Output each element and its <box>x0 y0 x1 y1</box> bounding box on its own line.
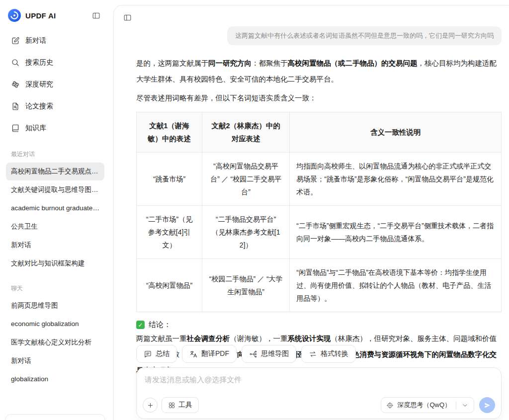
knowledge-icon <box>11 124 20 133</box>
quick-actions: 总结 翻译PDF 思维导图 格式转换 <box>136 345 502 363</box>
mindmap-button[interactable]: 思维导图 <box>242 345 296 363</box>
chat-list: 前两页思维导图 economic globalization 医学文献核心定义对… <box>6 297 104 388</box>
chat-panel: 这两篇文献中有什么表述或者名词短语虽然不同但是意思一致的吗，它们是同一研究方向吗… <box>113 5 509 420</box>
tools-button[interactable]: 工具 <box>162 397 199 413</box>
translate-icon <box>189 350 198 358</box>
action-label: 翻译PDF <box>201 349 229 358</box>
table-header: 文献1（谢海敏）中的表述 <box>137 112 202 153</box>
bold-text: 同一研究方向 <box>208 59 252 67</box>
table-cell: “高校闲置物品” <box>137 259 202 312</box>
app-root: UPDF AI 新对话 搜索历史 深度研究 论文搜索 <box>0 0 509 420</box>
nav-label: 深度研究 <box>25 80 53 89</box>
nav-label: 知识库 <box>25 124 46 133</box>
recent-chat-item[interactable]: 文献关键词提取与思维导图生成 <box>6 181 104 199</box>
text-segment: ：都聚焦于 <box>252 59 288 67</box>
table-row: “高校闲置物品” “校园二手物品” ／ “大学生闲置物品” “闲置物品”与“二手… <box>137 259 502 312</box>
table-header: 含义一致性说明 <box>290 112 502 153</box>
chat-list-item[interactable]: 新对话 <box>6 352 104 370</box>
message-input[interactable] <box>137 368 501 391</box>
sidebar-header: UPDF AI <box>6 9 104 24</box>
table-row: “二手市场”（见参考文献[4]引文） “二手物品交易平台”（见林康杰参考文献[1… <box>137 206 502 259</box>
chat-section-label: 聊天 <box>6 284 104 293</box>
table-cell: “闲置物品”与“二手物品”在高校语境下基本等价：均指学生使用过、尚有使用价值、拟… <box>290 259 502 312</box>
recent-section-label: 最近对话 <box>6 150 104 159</box>
deep-think-icon <box>386 402 394 409</box>
translate-pdf-button[interactable]: 翻译PDF <box>182 345 237 363</box>
sidebar: UPDF AI 新对话 搜索历史 深度研究 论文搜索 <box>0 0 110 420</box>
recent-chat-item[interactable]: academic burnout graduate s... <box>6 199 104 217</box>
table-cell: “二手市场”（见参考文献[4]引文） <box>137 206 202 259</box>
table-cell: “高校闲置物品交易平台” ／ “校园二手交易平台” <box>202 153 290 206</box>
summarize-icon <box>144 350 152 358</box>
sidebar-item-knowledge-base[interactable]: 知识库 <box>6 118 104 138</box>
panel-toggle-icon[interactable] <box>121 11 134 24</box>
assistant-paragraph: 是的，这两篇文献属于同一研究方向：都聚焦于高校闲置物品（或二手物品）的交易问题，… <box>136 55 502 87</box>
recent-chat-item[interactable]: 新对话 <box>6 236 104 254</box>
edit-icon <box>11 36 20 45</box>
table-cell: “二手市场”侧重宏观生态，“二手交易平台”侧重技术载体，二者指向同一对象——高校… <box>290 206 502 259</box>
table-header: 文献2（林康杰）中的对应表述 <box>202 112 290 153</box>
text-segment: 是的，这两篇文献属于 <box>136 59 208 67</box>
convert-icon <box>309 350 317 358</box>
research-icon <box>11 80 20 89</box>
send-button[interactable] <box>479 397 495 413</box>
conclusion-heading: 结论： <box>136 320 502 330</box>
sidebar-item-paper-search[interactable]: 论文搜索 <box>6 96 104 116</box>
action-label: 总结 <box>156 349 170 358</box>
assistant-paragraph: 尽管表述用词略有差异，但以下名词短语实质含义一致： <box>136 90 502 106</box>
bold-text: 社会调查分析 <box>187 335 230 342</box>
chevron-down-icon <box>461 402 469 409</box>
table-cell: “跳蚤市场” <box>137 153 202 206</box>
table-header-row: 文献1（谢海敏）中的表述 文献2（林康杰）中的对应表述 含义一致性说明 <box>137 112 502 153</box>
chat-list-item[interactable]: 前两页思维导图 <box>6 297 104 315</box>
text-segment: 两篇文献虽一重 <box>136 335 187 342</box>
bold-text: 高校闲置物品（或二手物品）的交易问题 <box>288 59 418 67</box>
send-icon <box>484 402 491 409</box>
logo-wrap: UPDF AI <box>8 9 56 22</box>
table-cell: “二手物品交易平台”（见林康杰参考文献[12]） <box>202 206 290 259</box>
composer-toolbar: 工具 深度思考（QwQ） <box>143 397 495 413</box>
table-cell: 均指面向高校师生、以闲置物品流通为核心的非正式或半正式交易场景；“跳蚤市场”是形… <box>290 153 502 206</box>
app-title: UPDF AI <box>25 11 56 20</box>
updf-logo-icon <box>8 9 21 22</box>
attach-button[interactable] <box>143 398 158 413</box>
conclusion-label: 结论： <box>149 320 171 330</box>
bold-text: 系统设计实现 <box>288 335 331 342</box>
sidebar-banner[interactable]: UPDF AI <box>5 414 105 420</box>
nav-label: 新对话 <box>25 36 46 45</box>
sidebar-item-search-history[interactable]: 搜索历史 <box>6 53 104 73</box>
search-icon <box>11 58 20 67</box>
model-label: 深度思考（QwQ） <box>397 401 451 410</box>
table-cell: “校园二手物品” ／ “大学生闲置物品” <box>202 259 290 312</box>
chat-list-item[interactable]: 医学文献核心定义对比分析 <box>6 334 104 351</box>
composer[interactable]: 工具 深度思考（QwQ） <box>136 367 502 419</box>
recent-chat-item[interactable]: 高校闲置物品二手交易观点比较 <box>6 163 104 180</box>
model-selector[interactable]: 深度思考（QwQ） <box>381 397 474 413</box>
recent-chat-item[interactable]: 文献对比与知识框架构建 <box>6 254 104 272</box>
chat-messages: 这两篇文献中有什么表述或者名词短语虽然不同但是意思一致的吗，它们是同一研究方向吗… <box>136 26 502 394</box>
nav-label: 论文搜索 <box>25 102 53 111</box>
recent-chat-item[interactable]: 公共卫生 <box>6 218 104 236</box>
recent-chat-list: 高校闲置物品二手交易观点比较 文献关键词提取与思维导图生成 academic b… <box>6 163 104 272</box>
text-segment: （谢海敏），一重 <box>230 335 288 342</box>
sidebar-item-new-chat[interactable]: 新对话 <box>6 31 104 51</box>
mindmap-icon <box>249 350 257 358</box>
plus-icon <box>147 402 154 409</box>
bottom-toolbar: 总结 翻译PDF 思维导图 格式转换 <box>136 345 502 419</box>
user-message-row: 这两篇文献中有什么表述或者名词短语虽然不同但是意思一致的吗，它们是同一研究方向吗 <box>136 26 502 45</box>
paper-search-icon <box>11 102 20 111</box>
tools-icon <box>168 402 175 409</box>
sidebar-collapse-icon[interactable] <box>89 9 102 22</box>
chat-list-item[interactable]: economic globalization <box>6 315 104 333</box>
chat-list-item[interactable]: globalization <box>6 370 104 388</box>
format-convert-button[interactable]: 格式转换 <box>301 345 356 363</box>
user-message: 这两篇文献中有什么表述或者名词短语虽然不同但是意思一致的吗，它们是同一研究方向吗 <box>227 26 502 45</box>
comparison-table: 文献1（谢海敏）中的表述 文献2（林康杰）中的对应表述 含义一致性说明 “跳蚤市… <box>136 112 502 312</box>
sidebar-nav: 新对话 搜索历史 深度研究 论文搜索 知识库 <box>6 31 104 138</box>
summarize-button[interactable]: 总结 <box>136 345 177 363</box>
nav-label: 搜索历史 <box>25 58 53 67</box>
action-label: 思维导图 <box>261 349 289 358</box>
sidebar-item-deep-research[interactable]: 深度研究 <box>6 75 104 94</box>
action-label: 格式转换 <box>321 349 348 358</box>
divider <box>456 401 456 409</box>
